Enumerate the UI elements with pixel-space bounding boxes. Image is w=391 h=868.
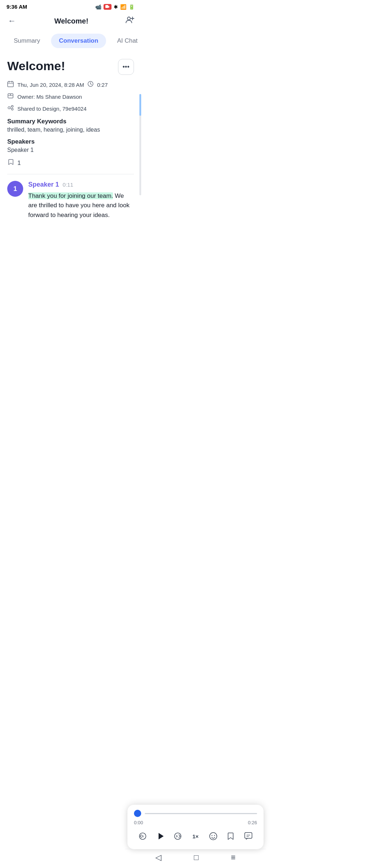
meeting-date: Thu, Jun 20, 2024, 8:28 AM (17, 82, 84, 88)
conversation-item: 1 Speaker 1 0:11 Thank you for joining o… (7, 181, 134, 220)
main-content: Welcome! ••• Thu, Jun 20, 2024, 8:28 AM … (0, 54, 141, 220)
shared-row: Shared to Design, 79e94024 (7, 105, 134, 113)
svg-rect-0 (105, 5, 108, 8)
svg-point-2 (127, 17, 130, 20)
svg-line-11 (91, 84, 92, 85)
tabs-bar: Summary Conversation AI Chat (0, 31, 141, 54)
speakers-content: Speaker 1 (7, 147, 134, 153)
camera-icon: 📹 (95, 4, 101, 10)
svg-point-15 (8, 107, 10, 109)
svg-rect-5 (8, 82, 13, 87)
bookmark-icon (7, 158, 14, 167)
status-time: 9:36 AM (7, 4, 27, 10)
avatar: 1 (7, 181, 23, 197)
tab-ai-chat[interactable]: AI Chat (109, 34, 141, 48)
more-options-button[interactable]: ••• (118, 59, 134, 75)
avatar-initial: 1 (13, 185, 17, 193)
scrollbar-thumb[interactable] (139, 94, 141, 116)
meeting-shared: Shared to Design, 79e94024 (17, 106, 87, 112)
svg-point-14 (10, 94, 11, 95)
speaker-name: Speaker 1 (28, 181, 59, 188)
svg-line-19 (10, 109, 12, 109)
meeting-header: Welcome! ••• (7, 59, 134, 75)
add-user-button[interactable] (125, 15, 135, 27)
svg-line-18 (10, 107, 12, 107)
speakers-label: Speakers (7, 138, 134, 145)
top-nav: ← Welcome! (0, 12, 141, 31)
bookmark-row: 1 (7, 158, 134, 167)
status-icons: 📹 ✱ 📶 🔋 (95, 4, 135, 10)
svg-marker-1 (108, 6, 110, 8)
conversation-header: Speaker 1 0:11 (28, 181, 134, 188)
owner-row: Owner: Ms Shane Dawson (7, 93, 134, 101)
calendar-icon (7, 81, 14, 89)
status-bar: 9:36 AM 📹 ✱ 📶 🔋 (0, 0, 141, 12)
wifi-icon: 📶 (120, 4, 126, 10)
highlighted-text: Thank you for joining our team. (28, 192, 113, 199)
shared-icon (7, 105, 14, 113)
battery-icon: 🔋 (129, 4, 135, 10)
bookmark-count: 1 (17, 159, 21, 167)
keywords-label: Summary Keywords (7, 118, 134, 125)
divider (7, 174, 134, 174)
conversation-text: Thank you for joining our team. We are t… (28, 191, 134, 220)
meeting-date-row: Thu, Jun 20, 2024, 8:28 AM 0:27 (7, 81, 134, 89)
owner-icon (7, 93, 14, 101)
meeting-duration: 0:27 (97, 82, 108, 88)
bluetooth-icon: ✱ (114, 4, 118, 10)
clock-icon (88, 81, 93, 89)
conversation-body: Speaker 1 0:11 Thank you for joining our… (28, 181, 134, 220)
meeting-title: Welcome! (7, 59, 65, 73)
record-icon (104, 4, 112, 10)
tab-conversation[interactable]: Conversation (51, 34, 106, 48)
page-title: Welcome! (54, 17, 88, 25)
svg-point-17 (12, 109, 13, 110)
meeting-owner: Owner: Ms Shane Dawson (17, 94, 82, 100)
speaker-timestamp: 0:11 (63, 182, 73, 188)
svg-point-16 (12, 106, 13, 107)
keywords-content: thrilled, team, hearing, joining, ideas (7, 127, 134, 133)
tab-summary[interactable]: Summary (6, 34, 48, 48)
back-button[interactable]: ← (7, 15, 17, 27)
